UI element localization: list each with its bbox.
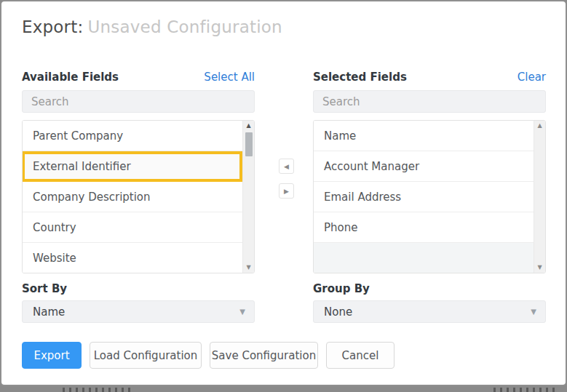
export-button[interactable]: Export <box>22 342 82 369</box>
available-fields-list: Parent Company External Identifier Compa… <box>22 120 255 273</box>
available-fields-header: Available Fields Select All <box>22 71 255 84</box>
available-fields-label: Available Fields <box>22 71 119 84</box>
scroll-up-icon[interactable]: ▲ <box>537 123 542 129</box>
sort-by-label: Sort By <box>22 282 255 295</box>
list-item[interactable]: Country <box>23 212 242 243</box>
select-all-link[interactable]: Select All <box>204 71 255 84</box>
cancel-button[interactable]: Cancel <box>326 342 394 369</box>
selected-fields-items: Name Account Manager Email Address Phone <box>314 121 534 273</box>
list-item[interactable]: Phone <box>314 212 534 243</box>
selected-list-scrollbar[interactable]: ▲ ▼ <box>534 121 545 273</box>
sort-by-select[interactable]: Name ▼ <box>22 300 255 323</box>
scroll-down-icon[interactable]: ▼ <box>537 265 542 271</box>
chevron-down-icon: ▼ <box>239 308 245 316</box>
available-fields-panel: Available Fields Select All Parent Compa… <box>22 71 255 273</box>
save-configuration-button[interactable]: Save Configuration <box>210 342 318 369</box>
dialog-title-prefix: Export: <box>22 17 83 36</box>
sort-by-value: Name <box>33 305 65 319</box>
arrow-left-icon: ◀ <box>284 163 289 170</box>
list-item[interactable]: Company Description <box>23 182 242 212</box>
move-right-button[interactable]: ▶ <box>279 183 294 199</box>
list-item-highlighted[interactable]: External Identifier <box>23 151 242 182</box>
selected-fields-label: Selected Fields <box>313 71 407 84</box>
dialog-title-config-name: Unsaved Configuration <box>87 17 282 36</box>
dialog-title: Export:Unsaved Configuration <box>22 17 282 36</box>
group-by-label: Group By <box>313 282 546 295</box>
dialog-footer: Export Load Configuration Save Configura… <box>22 342 394 369</box>
list-item[interactable]: Website <box>23 243 242 273</box>
selected-fields-list: Name Account Manager Email Address Phone… <box>313 120 546 273</box>
sort-by-group: Sort By Name ▼ <box>22 282 255 323</box>
scroll-up-icon[interactable]: ▲ <box>246 123 250 129</box>
selected-fields-header: Selected Fields Clear <box>313 71 546 84</box>
background-page-fragment <box>63 388 132 392</box>
list-item[interactable]: Parent Company <box>23 121 242 151</box>
list-item[interactable]: Account Manager <box>314 151 534 182</box>
screen: Export:Unsaved Configuration Available F… <box>0 0 567 392</box>
chevron-down-icon: ▼ <box>531 308 536 316</box>
move-left-button[interactable]: ◀ <box>279 159 294 174</box>
list-item[interactable]: Name <box>314 121 534 151</box>
available-search-input[interactable] <box>22 90 255 113</box>
group-by-select[interactable]: None ▼ <box>313 300 546 323</box>
available-fields-items: Parent Company External Identifier Compa… <box>23 121 242 273</box>
load-configuration-button[interactable]: Load Configuration <box>90 342 202 369</box>
group-by-value: None <box>324 305 352 319</box>
clear-link[interactable]: Clear <box>518 71 546 84</box>
selected-search-input[interactable] <box>313 90 546 113</box>
available-list-scrollbar[interactable]: ▲ ▼ <box>242 121 254 273</box>
export-dialog: Export:Unsaved Configuration Available F… <box>0 0 567 386</box>
scroll-down-icon[interactable]: ▼ <box>246 265 250 271</box>
background-page-fragment <box>493 388 555 392</box>
list-item[interactable]: Email Address <box>314 182 534 212</box>
scrollbar-thumb[interactable] <box>245 132 253 156</box>
selected-fields-panel: Selected Fields Clear Name Account Manag… <box>313 71 546 273</box>
arrow-right-icon: ▶ <box>284 188 289 195</box>
list-item-empty <box>314 243 534 273</box>
group-by-group: Group By None ▼ <box>313 282 546 323</box>
